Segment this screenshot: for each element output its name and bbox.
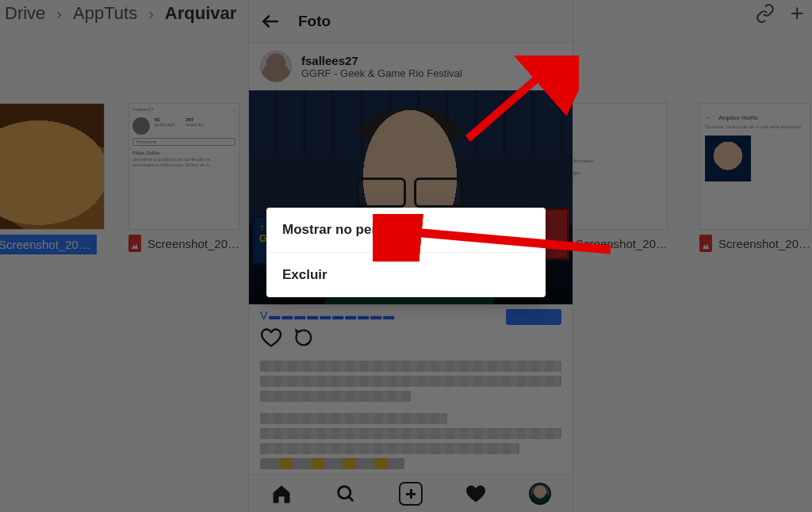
add-post-icon[interactable] bbox=[399, 482, 423, 506]
more-options-icon[interactable]: ⋮ bbox=[536, 55, 561, 78]
file-label: Screenshot_20… bbox=[147, 237, 239, 250]
post-actions bbox=[249, 322, 506, 353]
post-header: fsallees27 GGRF - Geek & Game Rio Festiv… bbox=[249, 43, 573, 90]
link-icon[interactable] bbox=[755, 3, 776, 24]
file-label: Screenshot_20… bbox=[0, 238, 90, 251]
page-title: Foto bbox=[298, 13, 331, 30]
file-label: Screenshot_20… bbox=[576, 237, 668, 250]
avatar[interactable] bbox=[260, 51, 292, 82]
comment-icon[interactable] bbox=[293, 327, 316, 349]
chevron-icon: › bbox=[142, 5, 160, 23]
image-icon bbox=[128, 235, 141, 252]
file-item[interactable]: Screenshot_20… bbox=[0, 103, 97, 254]
profile-tab-icon[interactable] bbox=[529, 483, 551, 505]
file-item[interactable]: ários mpartilhamento essenger Screenshot… bbox=[557, 103, 668, 254]
like-icon[interactable] bbox=[260, 327, 282, 349]
crumb-current[interactable]: Arquivar bbox=[160, 3, 241, 24]
file-item[interactable]: ← Arquivo morto Somente você pode ver o … bbox=[699, 103, 810, 254]
activity-icon[interactable] bbox=[465, 483, 487, 505]
search-icon[interactable] bbox=[335, 483, 357, 505]
bottom-tabbar bbox=[249, 474, 573, 512]
promote-button[interactable] bbox=[506, 309, 561, 325]
file-label: Screenshot_20… bbox=[718, 237, 810, 250]
add-icon[interactable]: + bbox=[790, 6, 804, 21]
chevron-icon: › bbox=[50, 5, 68, 23]
post-username[interactable]: fsallees27 bbox=[301, 54, 462, 67]
phone-header: Foto bbox=[249, 0, 573, 43]
view-count: V▬▬▬▬▬▬▬▬▬▬ bbox=[249, 304, 573, 322]
home-icon[interactable] bbox=[270, 483, 293, 505]
post-caption bbox=[249, 353, 573, 469]
image-icon bbox=[699, 235, 712, 252]
menu-delete[interactable]: Excluir bbox=[266, 252, 546, 297]
file-item[interactable]: fsallees27⋯ 61publicaçõ… 267seguidor… Pr… bbox=[128, 103, 239, 254]
crumb-apptuts[interactable]: AppTuts bbox=[68, 3, 142, 24]
menu-show-on-profile[interactable]: Mostrar no perfil bbox=[266, 208, 546, 252]
post-location[interactable]: GGRF - Geek & Game Rio Festival bbox=[301, 67, 462, 79]
crumb-drive[interactable]: Drive bbox=[0, 3, 50, 24]
options-menu: Mostrar no perfil Excluir bbox=[266, 208, 546, 297]
back-icon[interactable] bbox=[260, 11, 281, 32]
